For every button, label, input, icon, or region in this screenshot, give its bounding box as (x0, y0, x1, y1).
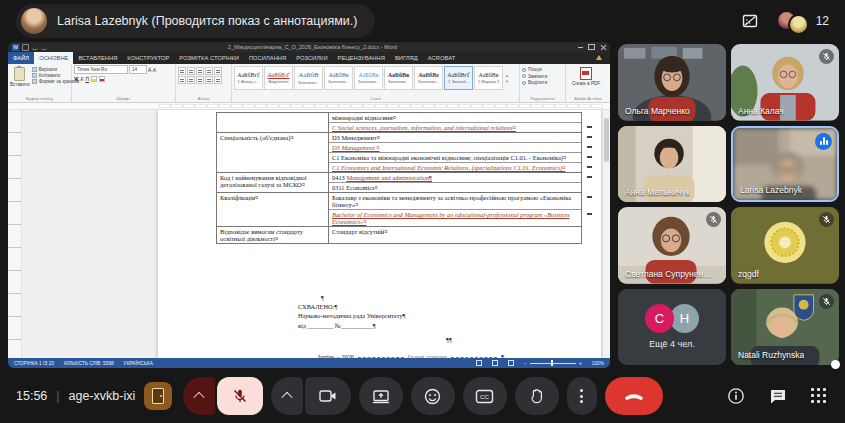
mic-off-icon (822, 52, 831, 61)
mic-toggle-button[interactable] (217, 377, 263, 415)
camera-toggle-button[interactable] (305, 377, 351, 415)
audio-bars-icon (820, 137, 828, 145)
page-break-label: Розрив сторінки (408, 354, 447, 358)
replace-button: Замінити (522, 74, 547, 79)
apps-grid-icon[interactable] (811, 388, 827, 404)
font-name-box: Times New Ro (74, 65, 128, 74)
zoom-level: 100% (592, 361, 604, 366)
word-count: КІЛЬКІСТЬ СЛІВ: 5398 (64, 361, 114, 366)
style-item: АаБбВв1 Маркер 1 (474, 66, 503, 90)
participant-tile[interactable]: zqgdf (731, 207, 839, 284)
style-item: АаБбВгҐВиділення (264, 66, 293, 90)
avatar: H (670, 304, 699, 333)
overflow-count-label: Ещё 4 чел. (649, 339, 695, 349)
presenter-banner: Larisa Lazebnyk (Проводится показ с анно… (16, 4, 375, 38)
word-ribbon-tabs: ФАЙЛ ОСНОВНЕ ВСТАВЛЕННЯ КОНСТРУКТОР РОЗМ… (8, 52, 610, 64)
participant-name: Natali Ruzhynska (738, 350, 804, 360)
audio-level-indicator (815, 133, 832, 150)
styles-group: АаБбВгҐ1 Абзац с... АаБбВгҐВиділення АаБ… (232, 64, 520, 102)
participant-tile[interactable]: Анна Калач (731, 44, 839, 121)
group-label-paragraph: Абзац (178, 95, 229, 102)
reactions-button[interactable] (411, 377, 455, 415)
mic-muted-badge (819, 294, 834, 309)
styles-scroll-icons: ▲▼ (504, 66, 510, 90)
raise-hand-button[interactable] (515, 377, 559, 415)
tab-home: ОСНОВНЕ (34, 52, 73, 64)
close-icon (600, 44, 606, 50)
multilevel-list-icon (196, 67, 204, 75)
info-icon[interactable] (727, 387, 745, 405)
group-label-editing: Редагування (522, 95, 563, 102)
tab-design: КОНСТРУКТОР (122, 52, 174, 64)
breakout-room-button[interactable] (144, 382, 172, 410)
chat-icon[interactable] (769, 387, 787, 405)
participant-count: 12 (816, 14, 829, 28)
door-icon (152, 388, 164, 404)
word-ribbon: Вставити Вирізати Копіювати Формат за зр… (8, 64, 610, 103)
camera-control (271, 377, 351, 415)
participant-name: Анна Мельничук (625, 187, 690, 197)
save-icon (22, 44, 29, 51)
indent-icon (205, 67, 213, 75)
line-spacing-icon (205, 76, 213, 84)
bullet-list-icon (178, 67, 186, 75)
print-layout-icon (492, 360, 498, 366)
language-indicator: УКРАЇНСЬКА (124, 361, 153, 366)
city-year-line: Ірпінь – 2026 Розрив сторінки ¶ (318, 353, 504, 358)
mic-options-button[interactable] (183, 377, 215, 415)
participant-tile[interactable]: Ольга Марченко (618, 44, 726, 121)
document-title: 2_Міждисциплінарна_С_О_2026_Економіка бі… (50, 44, 575, 50)
participant-tile-active-speaker[interactable]: Larisa Lazebnyk (731, 126, 839, 203)
table-row: міжнародні відносини¤ C Social sciences,… (217, 113, 581, 133)
participant-tile[interactable]: Natali Ruzhynska (731, 289, 839, 366)
microphone-control (183, 377, 263, 415)
brush-icon (32, 79, 37, 84)
approval-block: СХВАЛЕНО:¶ Науково-методична рада Універ… (298, 302, 406, 330)
style-item: АаБбВвЗаголово... (384, 66, 413, 90)
raise-hand-icon (530, 388, 544, 404)
participants-chip[interactable]: 12 (776, 9, 829, 33)
create-pdf-button: Create a PDF (568, 65, 604, 86)
maximize-icon (588, 44, 595, 50)
undo-icon (32, 45, 38, 50)
participant-tile[interactable]: Светлана Супрунен… (618, 207, 726, 284)
clock: 15:56 (16, 389, 47, 403)
svg-text:CC: CC (480, 393, 489, 400)
avatar: C (645, 304, 674, 333)
search-icon (522, 68, 526, 72)
participant-name: Анна Калач (738, 106, 784, 116)
camera-icon (319, 389, 337, 403)
meet-window: Larisa Lazebnyk (Проводится показ с анно… (0, 0, 845, 423)
pilcrow-marks: ¶¶ (446, 336, 452, 344)
table-row: Відповідає вимогам стандарту освітньої д… (217, 227, 581, 243)
layout-grid-icon[interactable] (740, 11, 760, 31)
present-icon (372, 389, 390, 404)
font-group: Times New Ro 14 А́ А Ж К П Шрифт (72, 64, 176, 102)
group-label-clipboard: Буфер обміну (10, 95, 69, 102)
align-center-icon (187, 76, 195, 84)
style-item: АаБбВгҐ1 Абзац с... (234, 66, 263, 90)
select-button: Виділити (522, 80, 547, 85)
camera-options-button[interactable] (271, 377, 303, 415)
meeting-code: age-xvkb-ixi (69, 389, 136, 403)
participant-tile[interactable]: Анна Мельничук (618, 126, 726, 203)
overflow-participants-tile[interactable]: C H Ещё 4 чел. (618, 289, 726, 366)
sort-icon (214, 67, 222, 75)
present-screen-button[interactable] (359, 377, 403, 415)
redo-icon (41, 45, 47, 50)
overflow-avatars: C H (645, 304, 699, 333)
more-options-button[interactable] (567, 377, 597, 415)
find-button: Пошук (522, 67, 547, 72)
zoom-slider: −+ (524, 361, 582, 366)
participant-name: Larisa Lazebnyk (740, 185, 802, 195)
style-item-selected: АаБбВгҐ1 Звичай... (444, 66, 473, 90)
presenter-banner-text: Larisa Lazebnyk (Проводится показ с анно… (57, 14, 357, 28)
underline-button: П (85, 76, 89, 82)
mic-off-icon (822, 215, 831, 224)
end-call-button[interactable] (605, 377, 663, 415)
copy-icon (32, 73, 37, 78)
captions-button[interactable]: CC (463, 377, 507, 415)
chevron-up-icon (193, 392, 204, 403)
tab-view: ВИГЛЯД (390, 52, 423, 64)
word-status-bar: СТОРІНКА 1 ІЗ 23 КІЛЬКІСТЬ СЛІВ: 5398 УК… (8, 358, 610, 368)
